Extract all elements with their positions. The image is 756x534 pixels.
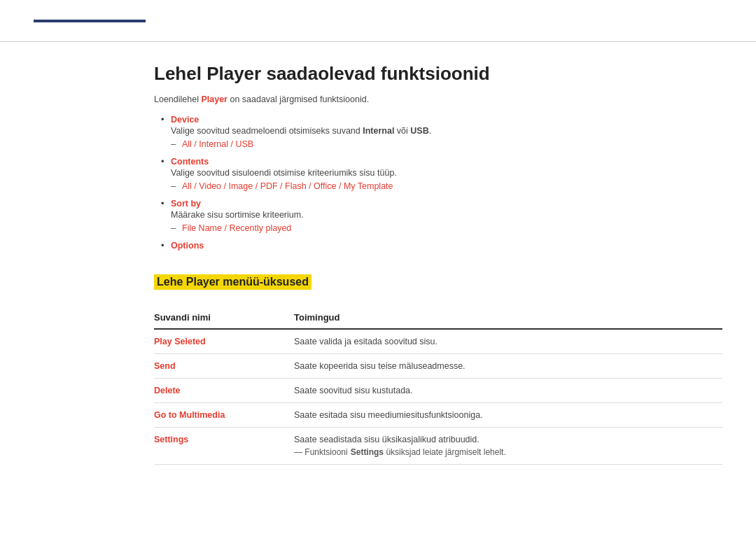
action-settings-main: Saate seadistada sisu üksikasjalikud atr… [294,435,714,444]
list-item-sortby: Sort by Määrake sisu sortimise kriteeriu… [161,198,722,233]
table-row: Delete Saate soovitud sisu kustutada. [154,379,722,403]
col-header-name: Suvandi nimi [154,307,294,329]
content-area: Lehel Player saadaolevad funktsioonid Lo… [0,42,756,493]
features-list: Device Valige soovitud seadmeloendi otsi… [161,114,722,251]
table-row: Play Seleted Saate valida ja esitada soo… [154,329,722,354]
action-goto-multimedia: Saate esitada sisu meediumiesitusfunktsi… [294,403,722,428]
em-dash: — Funktsiooni [294,447,348,457]
top-bar [0,0,756,42]
bullet-desc-sortby: Määrake sisu sortimise kriteerium. [171,210,722,220]
intro-highlight: Player [201,94,227,104]
bullet-desc-contents: Valige soovitud sisuloendi otsimise krit… [171,168,722,178]
table-row: Settings Saate seadistada sisu üksikasja… [154,428,722,465]
sub-item-contents: All / Video / Image / PDF / Flash / Offi… [171,181,722,191]
action-delete: Saate soovitud sisu kustutada. [294,379,722,403]
top-bar-line [34,20,146,22]
bullet-label-sortby: Sort by [171,199,201,209]
sub-item-sortby: File Name / Recently played [171,223,722,233]
cmd-play-selected: Play Seleted [154,329,294,354]
sub-item-contents-text: All / Video / Image / PDF / Flash / Offi… [182,181,393,191]
intro-text-after: on saadaval järgmised funktsioonid. [227,94,369,104]
cmd-send: Send [154,354,294,379]
bullet-label-options: Options [171,241,204,251]
menu-table: Suvandi nimi Toimingud Play Seleted Saat… [154,307,722,465]
table-row: Go to Multimedia Saate esitada sisu meed… [154,403,722,428]
page-title: Lehel Player saadaolevad funktsioonid [154,63,722,85]
sub-item-device-text: All / Internal / USB [182,139,253,149]
settings-note: — Funktsiooni Settings üksiksjad leiate … [294,447,714,457]
table-row: Send Saate kopeerida sisu teise mälusead… [154,354,722,379]
sub-item-sortby-text: File Name / Recently played [182,223,291,233]
settings-note-suffix: üksiksjad leiate järgmiselt lehelt. [384,447,506,457]
table-header-row: Suvandi nimi Toimingud [154,307,722,329]
section2-title: Lehe Player menüü-üksused [154,274,312,290]
action-send: Saate kopeerida sisu teise mäluseadmesse… [294,354,722,379]
sub-item-device: All / Internal / USB [171,139,722,149]
action-play-selected: Saate valida ja esitada soovitud sisu. [294,329,722,354]
col-header-action: Toimingud [294,307,722,329]
cmd-delete: Delete [154,379,294,403]
list-item-device: Device Valige soovitud seadmeloendi otsi… [161,114,722,149]
list-item-options: Options [161,240,722,251]
bullet-desc-device: Valige soovitud seadmeloendi otsimiseks … [171,126,722,136]
cmd-goto-multimedia: Go to Multimedia [154,403,294,428]
list-item-contents: Contents Valige soovitud sisuloendi otsi… [161,156,722,191]
bullet-label-device: Device [171,115,199,125]
intro-text-before: Loendilehel [154,94,201,104]
action-settings: Saate seadistada sisu üksikasjalikud atr… [294,428,722,465]
bullet-label-contents: Contents [171,157,209,167]
settings-note-bold: Settings [351,447,384,457]
cmd-settings: Settings [154,428,294,465]
intro-paragraph: Loendilehel Player on saadaval järgmised… [154,94,722,104]
